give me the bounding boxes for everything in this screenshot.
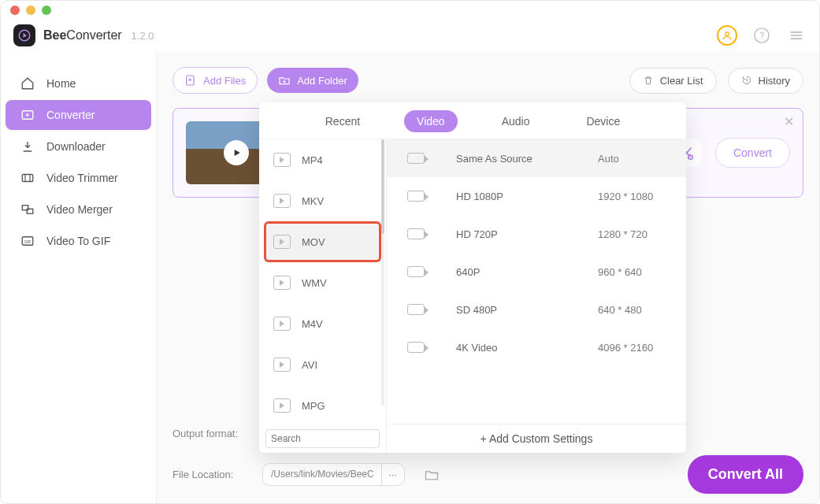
app-version: 1.2.0 — [132, 30, 154, 42]
sidebar-label: Video Trimmer — [46, 172, 118, 184]
svg-text:?: ? — [759, 31, 764, 40]
gif-icon: GIF — [20, 234, 35, 248]
app-header: BeeConverter 1.2.0 ? — [1, 20, 819, 51]
add-folder-label: Add Folder — [297, 75, 347, 87]
sidebar-label: Video Merger — [46, 203, 113, 216]
sidebar-item-home[interactable]: Home — [6, 69, 151, 98]
file-video-icon — [273, 398, 291, 413]
file-video-icon — [273, 317, 291, 331]
convert-label: Convert — [733, 146, 772, 159]
tab-device[interactable]: Device — [573, 110, 633, 132]
app-name: BeeConverter — [43, 28, 122, 43]
sidebar-item-downloader[interactable]: Downloader — [6, 132, 151, 161]
clear-list-button[interactable]: Clear List — [629, 68, 717, 94]
help-icon[interactable]: ? — [751, 25, 772, 46]
file-video-icon — [273, 235, 291, 249]
scrollbar-thumb[interactable] — [381, 139, 384, 234]
format-search-input[interactable] — [265, 429, 380, 448]
resolution-list[interactable]: Same As SourceAuto HD 1080P1920 * 1080 H… — [387, 139, 686, 424]
remove-item-button[interactable]: ✕ — [784, 114, 794, 129]
file-location-more[interactable]: ··· — [381, 463, 405, 486]
format-item[interactable]: AVI — [259, 344, 386, 385]
app-logo — [13, 24, 35, 46]
format-panel: Recent Video Audio Device MP4 MKV MOV WM… — [259, 102, 686, 453]
add-files-button[interactable]: Add Files — [173, 67, 258, 94]
clear-list-label: Clear List — [660, 75, 703, 87]
tab-recent[interactable]: Recent — [313, 110, 373, 132]
window-close[interactable] — [10, 6, 20, 15]
account-icon[interactable] — [717, 25, 737, 46]
sidebar-item-gif[interactable]: GIF Video To GIF — [6, 226, 151, 256]
file-location-label: File Location: — [173, 469, 251, 480]
output-format-label: Output format: — [173, 428, 251, 439]
camera-icon — [407, 266, 425, 277]
history-label: History — [759, 75, 790, 87]
file-video-icon — [273, 194, 291, 208]
resolution-item[interactable]: Same As SourceAuto — [387, 139, 686, 177]
window-minimize[interactable] — [26, 6, 35, 15]
camera-icon — [407, 228, 425, 239]
format-item-selected[interactable]: MOV — [264, 221, 381, 262]
format-list[interactable]: MP4 MKV MOV WMV M4V AVI MPG — [259, 139, 386, 424]
camera-icon — [407, 191, 425, 202]
tab-video[interactable]: Video — [404, 110, 458, 132]
sidebar-label: Downloader — [46, 140, 106, 153]
add-folder-button[interactable]: Add Folder — [267, 68, 358, 93]
add-custom-settings-button[interactable]: + Add Custom Settings — [387, 424, 686, 453]
sidebar-item-trimmer[interactable]: Video Trimmer — [6, 163, 151, 193]
resolution-item[interactable]: SD 480P640 * 480 — [387, 291, 686, 328]
add-files-label: Add Files — [203, 75, 246, 87]
file-video-icon — [273, 153, 291, 167]
format-tabs: Recent Video Audio Device — [259, 102, 686, 139]
sidebar-label: Video To GIF — [46, 235, 110, 247]
resolution-item[interactable]: 640P960 * 640 — [387, 253, 686, 291]
format-item[interactable]: M4V — [259, 303, 386, 344]
menu-icon[interactable] — [786, 25, 807, 46]
file-video-icon — [273, 276, 291, 290]
sidebar: Home Converter Downloader Video Trimmer … — [1, 51, 157, 503]
open-folder-button[interactable] — [424, 467, 440, 483]
sidebar-label: Converter — [46, 109, 95, 121]
sidebar-item-converter[interactable]: Converter — [6, 100, 151, 130]
format-item[interactable]: MPG — [259, 385, 386, 424]
camera-icon — [407, 304, 425, 315]
format-item[interactable]: MP4 — [259, 139, 386, 180]
resolution-item[interactable]: 4K Video4096 * 2160 — [387, 328, 686, 366]
format-item[interactable]: MKV — [259, 180, 386, 221]
tab-audio[interactable]: Audio — [489, 110, 543, 132]
svg-text:GIF: GIF — [24, 239, 32, 244]
window-zoom[interactable] — [42, 6, 51, 15]
history-button[interactable]: History — [728, 68, 803, 94]
play-icon — [224, 140, 249, 165]
download-icon — [20, 139, 35, 154]
convert-all-label: Convert All — [708, 466, 783, 482]
svg-point-1 — [725, 32, 729, 36]
camera-icon — [407, 342, 425, 353]
resolution-item[interactable]: HD 1080P1920 * 1080 — [387, 177, 686, 215]
file-location-path[interactable]: /Users/link/Movies/BeeC — [262, 463, 383, 486]
home-icon — [20, 76, 35, 91]
camera-icon — [407, 153, 425, 164]
file-video-icon — [273, 358, 291, 372]
sidebar-item-merger[interactable]: Video Merger — [6, 195, 151, 224]
convert-button[interactable]: Convert — [715, 138, 790, 168]
sidebar-label: Home — [46, 77, 76, 90]
svg-rect-5 — [22, 175, 33, 182]
converter-icon — [20, 108, 35, 122]
merger-icon — [20, 202, 35, 217]
convert-all-button[interactable]: Convert All — [688, 455, 803, 494]
format-item[interactable]: WMV — [259, 262, 386, 303]
resolution-item[interactable]: HD 720P1280 * 720 — [387, 215, 686, 253]
trimmer-icon — [20, 171, 35, 185]
